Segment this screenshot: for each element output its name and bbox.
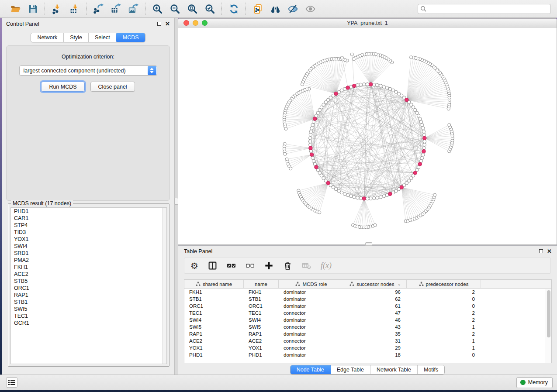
gear-icon[interactable]: ⚙ bbox=[190, 261, 198, 271]
table-tab-edge-table[interactable]: Edge Table bbox=[331, 365, 370, 374]
open-folder-button[interactable] bbox=[8, 2, 23, 16]
table-row[interactable]: ORC1ORC1dominator610 bbox=[184, 303, 551, 309]
cell-MCDS-role: dominator bbox=[279, 330, 344, 337]
mcds-result-item[interactable]: ORC1 bbox=[11, 285, 166, 292]
mcds-result-item[interactable]: PHD1 bbox=[11, 208, 166, 215]
mcds-result-item[interactable]: TEC1 bbox=[11, 313, 166, 320]
cell-MCDS-role: connector bbox=[279, 309, 344, 316]
export-image-button[interactable] bbox=[126, 2, 141, 16]
task-history-button[interactable] bbox=[6, 377, 17, 388]
binoculars-button[interactable] bbox=[268, 2, 283, 16]
cell-MCDS-role: connector bbox=[279, 344, 344, 351]
cell-predecessor-nodes: 1 bbox=[407, 337, 481, 344]
delete-icon[interactable] bbox=[283, 261, 292, 271]
column-header-shared-name[interactable]: shared name bbox=[184, 280, 244, 288]
network-view-canvas[interactable] bbox=[178, 28, 557, 245]
refresh-button[interactable] bbox=[226, 2, 241, 16]
mcds-result-item[interactable]: STB1 bbox=[11, 299, 166, 306]
column-header-predecessor-nodes[interactable]: predecessor nodes bbox=[407, 280, 481, 288]
dropdown-stepper-icon bbox=[148, 66, 156, 75]
add-icon[interactable] bbox=[264, 261, 273, 271]
mcds-result-item[interactable]: SRD1 bbox=[11, 250, 166, 257]
column-header-MCDS-role[interactable]: MCDS role bbox=[279, 280, 344, 288]
tab-select[interactable]: Select bbox=[89, 33, 117, 42]
zoom-fit-button[interactable] bbox=[185, 2, 200, 16]
table-panel: Table Panel ✕ ⚙f(x) shared namenameMCDS … bbox=[178, 245, 557, 375]
hide-selected-button[interactable] bbox=[285, 2, 300, 16]
mcds-result-item[interactable]: TID3 bbox=[11, 229, 166, 236]
mcds-result-item[interactable]: PMA2 bbox=[11, 257, 166, 264]
float-panel-icon[interactable] bbox=[157, 22, 161, 26]
table-row[interactable]: SWI4SWI4dominator462 bbox=[184, 316, 551, 323]
mcds-result-item[interactable]: SWI5 bbox=[11, 306, 166, 313]
clone-network-button[interactable] bbox=[250, 2, 265, 16]
mcds-result-item[interactable]: ACE2 bbox=[11, 271, 166, 278]
table-tab-motifs[interactable]: Motifs bbox=[418, 365, 444, 374]
criterion-dropdown[interactable]: largest connected component (undirected) bbox=[19, 65, 157, 76]
zoom-selected-icon bbox=[204, 3, 215, 14]
mcds-list-scrollbar[interactable] bbox=[162, 208, 166, 364]
table-scrollbar-thumb[interactable] bbox=[547, 290, 550, 337]
import-network-button[interactable] bbox=[49, 2, 64, 16]
zoom-selected-button[interactable] bbox=[202, 2, 217, 16]
table-tab-node-table[interactable]: Node Table bbox=[290, 365, 331, 375]
search-input[interactable] bbox=[418, 4, 551, 14]
export-image-icon bbox=[128, 3, 139, 14]
column-namespace-icon bbox=[419, 282, 424, 286]
column-header-successor-nodes[interactable]: successor nodes⌄ bbox=[344, 280, 407, 288]
close-panel-button[interactable]: Close panel bbox=[90, 82, 135, 92]
cell-name: FKH1 bbox=[244, 289, 279, 296]
mcds-result-item[interactable]: STB5 bbox=[11, 278, 166, 285]
mcds-result-item[interactable]: SWI4 bbox=[11, 243, 166, 250]
mcds-result-item[interactable]: GCR1 bbox=[11, 320, 166, 327]
mcds-result-item[interactable]: RAP1 bbox=[11, 292, 166, 299]
export-network-icon bbox=[93, 3, 104, 14]
table-row[interactable]: FKH1FKH1dominator962 bbox=[184, 289, 551, 296]
export-table-button[interactable] bbox=[108, 2, 123, 16]
run-mcds-button[interactable]: Run MCDS bbox=[41, 82, 84, 92]
network-window-titlebar: YPA_prune.txt_1 bbox=[178, 19, 557, 28]
mcds-result-item[interactable]: FKH1 bbox=[11, 264, 166, 271]
export-network-button[interactable] bbox=[91, 2, 106, 16]
cell-name: RAP1 bbox=[244, 330, 279, 337]
cell-MCDS-role: dominator bbox=[279, 296, 344, 303]
mcds-result-item[interactable]: CAR1 bbox=[11, 215, 166, 222]
table-scrollbar[interactable] bbox=[546, 289, 551, 363]
tab-network[interactable]: Network bbox=[31, 33, 64, 42]
zoom-out-button[interactable] bbox=[167, 2, 182, 16]
table-row[interactable]: STB1STB1dominator620 bbox=[184, 296, 551, 303]
mcds-tab-content: Optimization criterion: largest connecte… bbox=[6, 45, 170, 201]
zoom-in-button[interactable] bbox=[150, 2, 165, 16]
cell-predecessor-nodes: 2 bbox=[407, 330, 481, 337]
column-header-name[interactable]: name bbox=[244, 280, 279, 288]
tab-mcds[interactable]: MCDS bbox=[116, 33, 145, 42]
table-row[interactable]: SWI5SWI5connector431 bbox=[184, 323, 551, 330]
vertical-splitter[interactable] bbox=[175, 18, 178, 375]
float-table-panel-icon[interactable] bbox=[539, 249, 543, 253]
table-row[interactable]: YOX1YOX1connector291 bbox=[184, 344, 551, 351]
memory-button[interactable]: Memory bbox=[516, 377, 553, 388]
column-header-label: predecessor nodes bbox=[426, 282, 469, 287]
toolbar-group bbox=[3, 2, 45, 16]
cell-successor-nodes: 29 bbox=[344, 344, 407, 351]
cell-MCDS-role: dominator bbox=[279, 303, 344, 309]
network-window-title: YPA_prune.txt_1 bbox=[178, 20, 557, 26]
select-all-icon[interactable] bbox=[227, 261, 236, 271]
cell-MCDS-role: connector bbox=[279, 337, 344, 344]
table-row[interactable]: TEC1TEC1connector472 bbox=[184, 309, 551, 316]
mcds-result-item[interactable]: STP4 bbox=[11, 222, 166, 229]
table-row[interactable]: RAP1RAP1dominator352 bbox=[184, 330, 551, 337]
column-header-filler bbox=[481, 280, 551, 288]
mcds-result-item[interactable]: YOX1 bbox=[11, 236, 166, 243]
tab-style[interactable]: Style bbox=[64, 33, 89, 42]
cell-name: SWI4 bbox=[244, 316, 279, 323]
close-table-panel-icon[interactable]: ✕ bbox=[547, 248, 552, 254]
deselect-all-icon[interactable] bbox=[246, 261, 255, 271]
import-table-button[interactable] bbox=[67, 2, 82, 16]
save-button[interactable] bbox=[25, 2, 40, 16]
table-row[interactable]: PHD1PHD1dominator180 bbox=[184, 351, 551, 358]
table-tab-network-table[interactable]: Network Table bbox=[370, 365, 418, 374]
split-view-icon[interactable] bbox=[208, 261, 217, 271]
table-row[interactable]: ACE2ACE2connector311 bbox=[184, 337, 551, 344]
close-panel-icon[interactable]: ✕ bbox=[165, 21, 170, 27]
